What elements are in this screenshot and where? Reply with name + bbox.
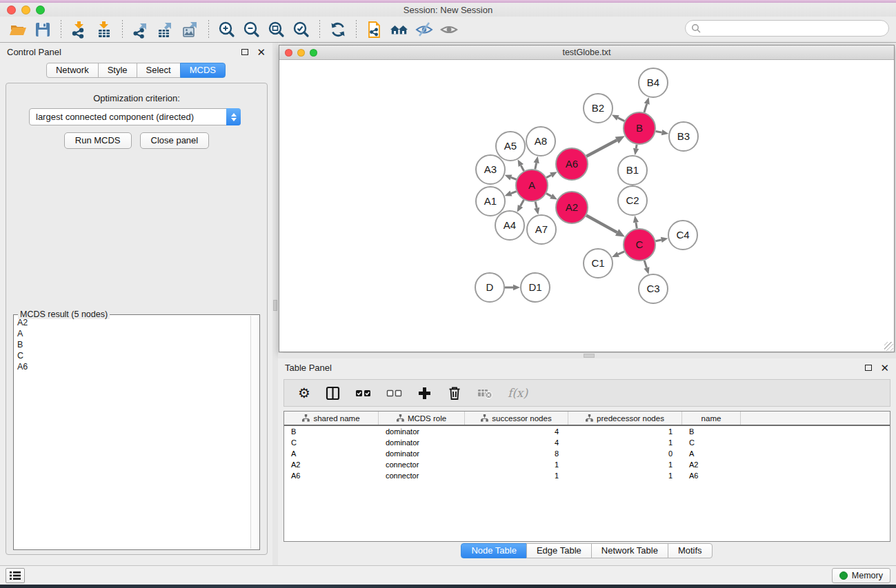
table-cell[interactable]: B [284,427,379,436]
table-cell[interactable]: 1 [568,472,682,480]
table-cell[interactable]: 0 [568,449,682,458]
delete-table-button[interactable] [477,387,492,399]
column-header-label: shared name [313,414,359,423]
table-cell[interactable]: dominator [379,438,465,447]
fx-icon: f(x) [508,386,528,400]
table-cell[interactable]: A [284,449,379,458]
memory-label: Memory [852,571,883,580]
select-all-button[interactable] [355,387,371,400]
export-image-button[interactable] [178,19,203,41]
delete-column-button[interactable] [447,385,462,401]
create-column-button[interactable] [417,386,432,401]
network-file-button[interactable] [362,19,387,41]
search-input[interactable] [701,21,888,35]
table-header: shared nameMCDS rolesuccessor nodesprede… [284,412,890,426]
table-row[interactable]: Cdominator41C [284,437,890,448]
table-cell[interactable]: dominator [379,449,465,458]
table-cell[interactable]: connector [379,472,465,480]
table-cell[interactable]: A2 [284,460,379,469]
scrollbar-track[interactable] [250,316,259,549]
table-cell[interactable]: 1 [465,460,568,469]
zoom-in-button[interactable] [215,19,239,41]
table-cell[interactable]: C [682,438,741,447]
table-cell[interactable]: 1 [568,438,682,447]
mcds-result-item[interactable]: B [16,339,250,350]
resize-grip-icon[interactable] [884,342,893,351]
table-cell[interactable]: 1 [568,460,682,469]
column-header-name[interactable]: name [682,412,741,425]
table-cell[interactable]: connector [379,460,465,469]
show-graphics-details-button[interactable] [437,19,461,41]
table-row[interactable]: A2connector11A2 [284,459,890,470]
table-cell[interactable]: 4 [465,427,568,436]
export-network-button[interactable] [128,19,153,41]
criterion-dropdown[interactable]: largest connected component (directed) [29,108,241,125]
network-window-titlebar[interactable]: testGlobe.txt [279,45,894,60]
hide-graphics-details-button[interactable] [412,19,437,41]
tab-edge-table[interactable]: Edge Table [526,543,592,558]
function-builder-button[interactable]: f(x) [508,386,528,400]
plus-icon [417,386,432,401]
column-header-shared-name[interactable]: shared name [284,412,379,425]
mcds-result-item[interactable]: A [16,328,250,339]
refresh-network-button[interactable] [326,19,350,41]
table-row[interactable]: Bdominator41B [284,426,890,437]
home-button[interactable] [387,19,412,41]
close-panel-button[interactable]: Close panel [140,132,210,149]
table-cell[interactable]: 8 [465,449,568,458]
open-session-button[interactable] [6,19,30,41]
tab-network-table[interactable]: Network Table [591,543,668,558]
column-header-predecessor-nodes[interactable]: predecessor nodes [568,412,682,425]
mcds-result-item[interactable]: A6 [16,361,250,372]
memory-button[interactable]: Memory [832,568,890,583]
save-session-button[interactable] [30,19,55,41]
tab-node-table[interactable]: Node Table [461,543,527,558]
float-panel-icon[interactable] [241,49,248,55]
divider-grip[interactable] [584,354,595,358]
table-row[interactable]: Adominator80A [284,448,890,459]
table-cell[interactable]: C [284,438,379,447]
column-header-label: successor nodes [492,414,551,423]
zoom-out-button[interactable] [239,19,264,41]
table-cell[interactable]: B [682,427,741,436]
table-settings-button[interactable]: ⚙ [298,386,310,400]
tab-motifs[interactable]: Motifs [668,543,713,558]
search-field[interactable] [685,20,889,37]
close-panel-icon[interactable]: ✕ [257,47,266,57]
horizontal-split-divider[interactable] [278,353,896,358]
table-cell[interactable]: 4 [465,438,568,447]
column-view-button[interactable] [326,386,340,401]
table-cell[interactable]: A2 [682,460,741,469]
column-header-MCDS-role[interactable]: MCDS role [379,412,465,425]
zoom-fit-button[interactable] [264,19,289,41]
table-cell[interactable]: A6 [284,472,379,480]
list-icon [10,571,21,580]
network-canvas[interactable]: AA1A2A3A4A5A6A7A8BB1B2B3B4CC1C2C3C4DD1 [279,60,894,352]
tab-mcds[interactable]: MCDS [180,63,226,78]
task-history-button[interactable] [6,568,25,583]
divider-grip[interactable] [273,300,277,311]
export-table-button[interactable] [153,19,178,41]
tab-style[interactable]: Style [98,63,137,78]
float-panel-icon[interactable] [865,365,872,371]
import-table-button[interactable] [92,19,117,41]
mcds-result-item[interactable]: A2 [16,317,250,328]
vertical-split-divider[interactable] [272,43,278,565]
table-cell[interactable]: dominator [379,427,465,436]
tab-select[interactable]: Select [137,63,181,78]
table-cell[interactable]: 1 [568,427,682,436]
import-network-button[interactable] [67,19,92,41]
unselect-all-button[interactable] [386,387,402,400]
column-header-successor-nodes[interactable]: successor nodes [465,412,568,425]
zoom-selected-button[interactable] [289,19,314,41]
table-cell[interactable]: 1 [465,472,568,480]
table-cell[interactable]: A [682,449,741,458]
run-mcds-button[interactable]: Run MCDS [64,132,132,149]
close-panel-icon[interactable]: ✕ [880,363,889,373]
mcds-result-item[interactable]: C [16,350,250,361]
table-row[interactable]: A6connector11A6 [284,470,890,481]
delete-table-icon [477,387,492,399]
toolbar-separator [356,20,357,39]
table-cell[interactable]: A6 [682,472,741,480]
tab-network[interactable]: Network [46,63,99,78]
